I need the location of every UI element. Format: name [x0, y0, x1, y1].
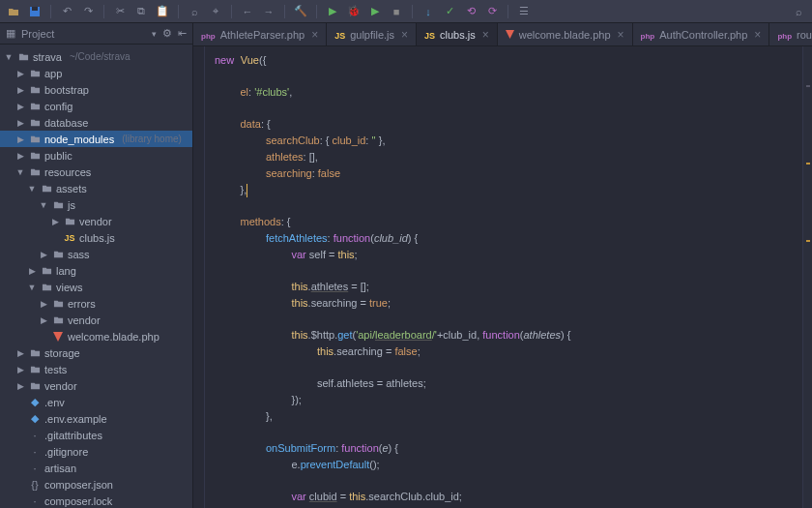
folder-icon: [41, 265, 52, 277]
tree-file-composer-lock[interactable]: ·composer.lock: [0, 493, 192, 508]
collapse-icon[interactable]: ⇤: [178, 27, 187, 40]
close-icon[interactable]: ×: [618, 28, 624, 42]
global-search-icon[interactable]: ⌕: [791, 4, 806, 19]
expand-arrow-icon[interactable]: ▼: [27, 184, 37, 194]
tree-folder-public[interactable]: ▶public: [0, 147, 192, 164]
close-icon[interactable]: ×: [401, 28, 408, 42]
tree-file--env[interactable]: ◆.env: [0, 394, 192, 410]
save-icon[interactable]: [27, 4, 43, 19]
tree-folder-vendor[interactable]: ▶vendor: [0, 377, 192, 394]
close-icon[interactable]: ×: [311, 28, 318, 42]
tree-folder-vendor[interactable]: ▶vendor: [0, 213, 192, 229]
tree-folder-js[interactable]: ▼js: [0, 196, 192, 213]
vcs-history-icon[interactable]: ⟲: [463, 4, 478, 19]
expand-arrow-icon[interactable]: ▶: [15, 365, 25, 374]
expand-arrow-icon[interactable]: ▶: [27, 266, 37, 276]
editor-tab-AthleteParser-php[interactable]: phpAthleteParser.php×: [193, 23, 327, 45]
build-icon[interactable]: 🔨: [293, 4, 308, 19]
back-icon[interactable]: ←: [240, 4, 255, 19]
expand-arrow-icon[interactable]: ▶: [15, 381, 25, 391]
js-file-icon: JS: [64, 232, 75, 244]
editor-tab-welcome-blade-php[interactable]: welcome.blade.php×: [498, 23, 633, 45]
open-icon[interactable]: [6, 4, 21, 19]
vcs-update-icon[interactable]: ↓: [420, 4, 436, 19]
txt-file-icon: ·: [29, 430, 41, 441]
expand-arrow-icon[interactable]: ▶: [15, 85, 25, 95]
expand-arrow-icon[interactable]: ▶: [15, 134, 25, 144]
tree-folder-resources[interactable]: ▼resources: [0, 164, 192, 180]
structure-icon[interactable]: ☰: [516, 4, 532, 19]
tree-folder-vendor[interactable]: ▶vendor: [0, 312, 192, 328]
expand-arrow-icon[interactable]: ▶: [15, 151, 25, 161]
tree-folder-lang[interactable]: ▶lang: [0, 262, 192, 279]
folder-icon: [29, 364, 41, 375]
expand-arrow-icon[interactable]: ▼: [27, 283, 37, 292]
expand-arrow-icon[interactable]: ▶: [39, 299, 48, 309]
dropdown-icon[interactable]: ▾: [152, 29, 157, 39]
tree-file-artisan[interactable]: ·artisan: [0, 460, 192, 476]
expand-arrow-icon[interactable]: ▶: [39, 250, 48, 259]
tree-file--gitignore[interactable]: ·.gitignore: [0, 443, 192, 460]
tab-label: AuthController.php: [659, 29, 747, 41]
main-toolbar: ↶ ↷ ✂ ⧉ 📋 ⌕ ⌖ ← → 🔨 ▶ 🐞 ▶ ■ ↓ ✓ ⟲ ⟳ ☰ ⌕: [0, 0, 812, 23]
tree-folder-storage[interactable]: ▶storage: [0, 344, 192, 361]
tree-folder-tests[interactable]: ▶tests: [0, 361, 192, 377]
editor-tab-routes-php[interactable]: phproutes.php×: [769, 23, 812, 45]
project-panel-header[interactable]: ▦ Project ▾ ⚙ ⇤: [0, 23, 192, 45]
tree-folder-views[interactable]: ▼views: [0, 279, 192, 295]
vcs-commit-icon[interactable]: ✓: [442, 4, 457, 19]
tab-label: gulpfile.js: [350, 29, 394, 41]
stop-icon[interactable]: ■: [389, 4, 404, 19]
undo-icon[interactable]: ↶: [59, 4, 74, 19]
editor-tab-clubs-js[interactable]: JSclubs.js×: [417, 23, 498, 45]
tree-folder-assets[interactable]: ▼assets: [0, 180, 192, 196]
expand-arrow-icon[interactable]: ▶: [15, 348, 25, 358]
redo-icon[interactable]: ↷: [80, 4, 96, 19]
forward-icon[interactable]: →: [261, 4, 276, 19]
debug-icon[interactable]: 🐞: [346, 4, 362, 19]
gear-icon[interactable]: ⚙: [162, 27, 172, 40]
tree-item-label: .env.example: [44, 413, 107, 425]
tree-file-composer-json[interactable]: {}composer.json: [0, 476, 192, 493]
paste-icon[interactable]: 📋: [155, 4, 170, 19]
folder-icon: [41, 183, 52, 194]
tree-folder-sass[interactable]: ▶sass: [0, 246, 192, 262]
scrollbar-minimap[interactable]: [802, 46, 812, 508]
expand-arrow-icon[interactable]: ▼: [4, 52, 14, 62]
code-editor[interactable]: new Vue({ el: '#clubs', data: { searchCl…: [205, 46, 802, 508]
tree-folder-node_modules[interactable]: ▶node_modules(library home): [0, 131, 192, 147]
folder-icon: [17, 51, 29, 63]
folder-icon: [29, 166, 41, 178]
replace-icon[interactable]: ⌖: [208, 4, 223, 19]
expand-arrow-icon[interactable]: ▶: [15, 118, 25, 128]
expand-arrow-icon[interactable]: ▶: [15, 69, 25, 78]
expand-arrow-icon[interactable]: ▶: [15, 102, 25, 111]
project-tree[interactable]: ▼strava~/Code/strava▶app▶bootstrap▶confi…: [0, 45, 192, 508]
close-icon[interactable]: ×: [482, 28, 489, 42]
copy-icon[interactable]: ⧉: [133, 4, 149, 19]
vcs-revert-icon[interactable]: ⟳: [484, 4, 500, 19]
tree-folder-app[interactable]: ▶app: [0, 65, 192, 81]
tree-folder-database[interactable]: ▶database: [0, 114, 192, 131]
tab-label: clubs.js: [440, 29, 476, 41]
cut-icon[interactable]: ✂: [112, 4, 128, 19]
tree-folder-bootstrap[interactable]: ▶bootstrap: [0, 81, 192, 98]
tree-folder-errors[interactable]: ▶errors: [0, 295, 192, 312]
tree-folder-config[interactable]: ▶config: [0, 98, 192, 114]
expand-arrow-icon[interactable]: ▶: [39, 315, 48, 325]
find-icon[interactable]: ⌕: [187, 4, 202, 19]
tree-folder-strava[interactable]: ▼strava~/Code/strava: [0, 48, 192, 65]
tree-file--env-example[interactable]: ◆.env.example: [0, 410, 192, 427]
editor-tab-gulpfile-js[interactable]: JSgulpfile.js×: [327, 23, 417, 45]
debug-attach-icon[interactable]: ▶: [367, 4, 383, 19]
expand-arrow-icon[interactable]: ▼: [15, 167, 25, 177]
tree-file-welcome-blade-php[interactable]: welcome.blade.php: [0, 328, 192, 344]
expand-arrow-icon[interactable]: ▼: [39, 200, 48, 210]
editor-tab-AuthController-php[interactable]: phpAuthController.php×: [633, 23, 770, 45]
tree-file-clubs-js[interactable]: JSclubs.js: [0, 229, 192, 246]
tree-file--gitattributes[interactable]: ·.gitattributes: [0, 427, 192, 443]
expand-arrow-icon[interactable]: ▶: [50, 217, 60, 226]
folder-icon: [41, 282, 52, 293]
run-icon[interactable]: ▶: [325, 4, 340, 19]
close-icon[interactable]: ×: [754, 28, 761, 42]
